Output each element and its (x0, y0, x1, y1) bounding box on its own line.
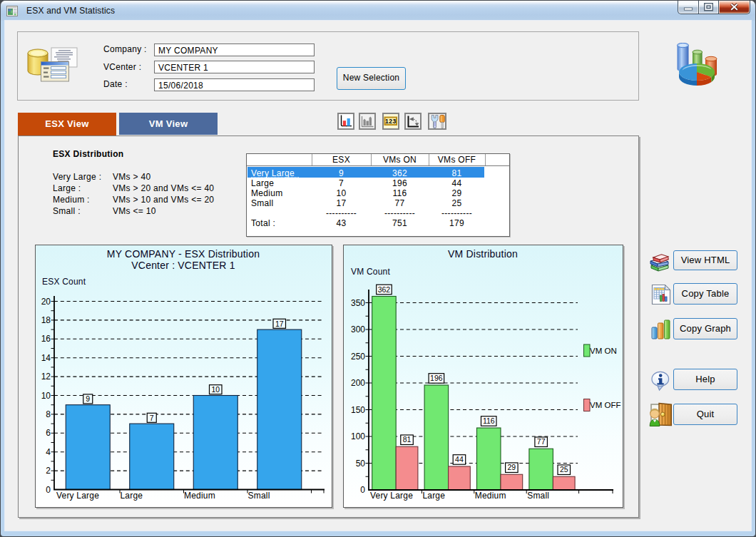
svg-text:8: 8 (46, 409, 51, 419)
svg-text:200: 200 (351, 378, 365, 388)
svg-text:0: 0 (360, 485, 365, 495)
svg-text:116: 116 (483, 416, 495, 425)
svg-text:Large: Large (422, 491, 445, 501)
svg-text:20: 20 (41, 297, 51, 307)
svg-text:81: 81 (403, 435, 412, 444)
svg-text:25: 25 (560, 465, 568, 474)
svg-text:Very Large: Very Large (56, 491, 99, 501)
svg-text:VM ON: VM ON (590, 347, 617, 355)
svg-text:VCenter : VCENTER 1: VCenter : VCENTER 1 (131, 260, 235, 271)
svg-text:44: 44 (455, 455, 464, 464)
svg-text:300: 300 (351, 324, 365, 334)
svg-text:4: 4 (46, 447, 51, 457)
svg-text:29: 29 (508, 463, 516, 471)
svg-text:7: 7 (150, 414, 154, 422)
svg-text:Large: Large (121, 491, 143, 501)
svg-text:14: 14 (41, 353, 51, 363)
svg-text:196: 196 (430, 374, 443, 382)
svg-text:12: 12 (41, 372, 51, 382)
svg-text:100: 100 (351, 431, 365, 441)
svg-text:362: 362 (378, 285, 391, 294)
svg-text:MY COMPANY - ESX Distribution: MY COMPANY - ESX Distribution (107, 248, 260, 260)
svg-text:Medium: Medium (184, 491, 215, 501)
svg-text:VM OFF: VM OFF (590, 401, 620, 409)
svg-text:VM Distribution: VM Distribution (448, 248, 518, 260)
svg-text:2: 2 (46, 466, 51, 476)
svg-text:Medium: Medium (475, 491, 506, 501)
svg-text:10: 10 (41, 391, 51, 401)
svg-text:Small: Small (527, 491, 549, 501)
svg-text:Very Large: Very Large (370, 491, 413, 501)
svg-text:18: 18 (41, 315, 51, 325)
svg-text:10: 10 (211, 385, 220, 394)
svg-text:Small: Small (248, 491, 270, 501)
svg-text:16: 16 (41, 334, 51, 344)
svg-text:17: 17 (275, 319, 284, 328)
svg-text:ESX Count: ESX Count (42, 277, 86, 287)
svg-text:150: 150 (351, 405, 365, 415)
svg-text:123: 123 (385, 118, 397, 125)
svg-text:6: 6 (46, 428, 51, 438)
svg-text:9: 9 (86, 394, 90, 403)
svg-text:350: 350 (351, 298, 365, 308)
svg-text:VM Count: VM Count (351, 267, 390, 277)
svg-text:77: 77 (537, 437, 546, 446)
svg-text:0: 0 (46, 485, 51, 495)
svg-text:250: 250 (351, 352, 365, 362)
svg-text:50: 50 (356, 459, 366, 469)
